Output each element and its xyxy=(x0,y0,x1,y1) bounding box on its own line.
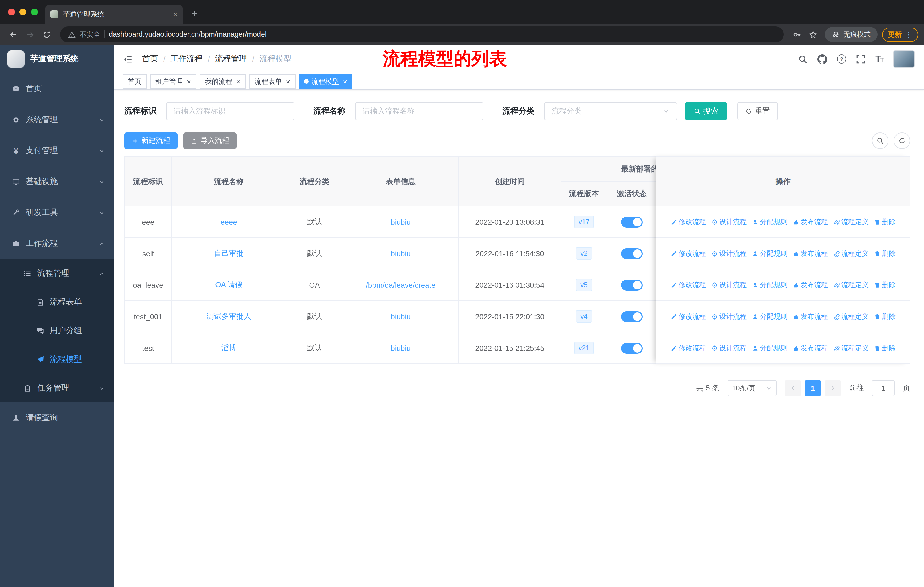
prev-page-button[interactable] xyxy=(785,380,801,396)
close-icon[interactable]: × xyxy=(343,78,347,85)
publish-action-link[interactable]: 发布流程 xyxy=(792,312,828,321)
design-action-link[interactable]: 设计流程 xyxy=(711,280,747,290)
sidebar-item-11[interactable]: 请假查询 xyxy=(0,402,114,433)
breadcrumb-item[interactable]: 流程管理 xyxy=(215,54,247,64)
definition-action-link[interactable]: 流程定义 xyxy=(833,280,869,290)
form-info-link[interactable]: biubiu xyxy=(391,344,411,352)
forward-icon[interactable] xyxy=(22,26,38,42)
definition-action-link[interactable]: 流程定义 xyxy=(833,312,869,321)
page-size-select[interactable]: 10条/页 xyxy=(728,380,777,396)
close-window-button[interactable] xyxy=(8,8,15,15)
sidebar-item-7[interactable]: 流程表单 xyxy=(0,288,114,316)
publish-action-link[interactable]: 发布流程 xyxy=(792,217,828,227)
user-avatar[interactable] xyxy=(893,50,915,68)
create-process-button[interactable]: 新建流程 xyxy=(124,132,178,149)
assign-action-link[interactable]: 分配规则 xyxy=(752,280,787,290)
breadcrumb-item[interactable]: 工作流程 xyxy=(170,54,203,64)
help-icon[interactable]: ? xyxy=(837,55,846,64)
form-info-link[interactable]: biubiu xyxy=(391,249,411,258)
publish-action-link[interactable]: 发布流程 xyxy=(792,343,828,353)
sidebar-item-0[interactable]: 首页 xyxy=(0,73,114,104)
bookmark-star-icon[interactable] xyxy=(805,30,820,39)
design-action-link[interactable]: 设计流程 xyxy=(711,343,747,353)
sidebar-item-10[interactable]: 任务管理 xyxy=(0,374,114,402)
form-info-link[interactable]: biubiu xyxy=(391,312,411,321)
delete-action-link[interactable]: 删除 xyxy=(874,280,896,290)
update-button[interactable]: 更新 ⋮ xyxy=(882,27,918,41)
form-info-link[interactable]: biubiu xyxy=(391,218,411,226)
status-toggle[interactable] xyxy=(621,311,643,322)
sidebar-item-8[interactable]: 用户分组 xyxy=(0,316,114,345)
publish-action-link[interactable]: 发布流程 xyxy=(792,280,828,290)
refresh-table-button[interactable] xyxy=(894,132,910,149)
delete-action-link[interactable]: 删除 xyxy=(874,248,896,258)
sidebar-item-5[interactable]: 工作流程 xyxy=(0,228,114,259)
assign-action-link[interactable]: 分配规则 xyxy=(752,312,787,321)
process-name-link[interactable]: OA 请假 xyxy=(215,280,242,289)
process-name-link[interactable]: 滔博 xyxy=(221,343,236,352)
assign-action-link[interactable]: 分配规则 xyxy=(752,343,787,353)
delete-action-link[interactable]: 删除 xyxy=(874,312,896,321)
github-icon[interactable] xyxy=(817,54,827,64)
process-name-link[interactable]: 自己审批 xyxy=(214,249,244,257)
tag-流程模型[interactable]: 流程模型× xyxy=(299,74,353,89)
status-toggle[interactable] xyxy=(621,217,643,227)
delete-action-link[interactable]: 删除 xyxy=(874,217,896,227)
text-input[interactable]: 请输入流程标识 xyxy=(166,102,294,121)
form-info-link[interactable]: /bpm/oa/leave/create xyxy=(366,281,436,289)
import-process-button[interactable]: 导入流程 xyxy=(183,132,237,149)
sidebar-item-6[interactable]: 流程管理 xyxy=(0,259,114,288)
page-number-1[interactable]: 1 xyxy=(805,380,821,396)
sidebar-item-1[interactable]: 系统管理 xyxy=(0,104,114,135)
close-icon[interactable]: × xyxy=(236,78,241,85)
publish-action-link[interactable]: 发布流程 xyxy=(792,248,828,258)
design-action-link[interactable]: 设计流程 xyxy=(711,312,747,321)
sidebar-item-4[interactable]: 研发工具 xyxy=(0,197,114,228)
status-toggle[interactable] xyxy=(621,342,643,354)
browser-menu-icon[interactable]: ⋮ xyxy=(905,30,912,39)
maximize-window-button[interactable] xyxy=(31,8,38,15)
definition-action-link[interactable]: 流程定义 xyxy=(833,343,869,353)
search-icon[interactable] xyxy=(798,54,808,64)
text-input[interactable]: 请输入流程名称 xyxy=(355,102,483,121)
tab-close-icon[interactable]: × xyxy=(173,10,178,19)
assign-action-link[interactable]: 分配规则 xyxy=(752,248,787,258)
new-tab-button[interactable]: + xyxy=(191,7,198,20)
sidebar-item-2[interactable]: ¥支付管理 xyxy=(0,135,114,166)
minimize-window-button[interactable] xyxy=(20,8,26,15)
design-action-link[interactable]: 设计流程 xyxy=(711,248,747,258)
definition-action-link[interactable]: 流程定义 xyxy=(833,217,869,227)
process-name-link[interactable]: eeee xyxy=(221,218,237,226)
close-icon[interactable]: × xyxy=(187,78,191,85)
edit-action-link[interactable]: 修改流程 xyxy=(670,248,706,258)
edit-action-link[interactable]: 修改流程 xyxy=(670,280,706,290)
edit-action-link[interactable]: 修改流程 xyxy=(670,217,706,227)
category-select[interactable]: 流程分类 xyxy=(544,102,677,121)
font-size-icon[interactable]: TT xyxy=(875,54,883,64)
tag-我的流程[interactable]: 我的流程× xyxy=(200,74,246,89)
breadcrumb-item[interactable]: 首页 xyxy=(142,54,158,64)
browser-tab[interactable]: 芋道管理系统 × xyxy=(45,5,183,24)
app-logo[interactable]: 芋道管理系统 xyxy=(0,45,114,73)
sidebar-item-9[interactable]: 流程模型 xyxy=(0,345,114,374)
edit-action-link[interactable]: 修改流程 xyxy=(670,343,706,353)
tag-流程表单[interactable]: 流程表单× xyxy=(249,74,295,89)
sidebar-item-3[interactable]: 基础设施 xyxy=(0,166,114,197)
tag-首页[interactable]: 首页 xyxy=(122,74,147,89)
process-name-link[interactable]: 测试多审批人 xyxy=(206,312,251,321)
status-toggle[interactable] xyxy=(621,248,643,259)
assign-action-link[interactable]: 分配规则 xyxy=(752,217,787,227)
toggle-search-button[interactable] xyxy=(872,132,888,149)
next-page-button[interactable] xyxy=(825,380,841,396)
sidebar-toggle-icon[interactable] xyxy=(123,54,133,64)
tag-租户管理[interactable]: 租户管理× xyxy=(150,74,196,89)
reset-button[interactable]: 重置 xyxy=(737,102,778,121)
back-icon[interactable] xyxy=(6,26,21,42)
password-key-icon[interactable] xyxy=(789,30,804,39)
fullscreen-icon[interactable] xyxy=(856,54,866,64)
definition-action-link[interactable]: 流程定义 xyxy=(833,248,869,258)
status-toggle[interactable] xyxy=(621,279,643,290)
reload-icon[interactable] xyxy=(39,26,54,42)
edit-action-link[interactable]: 修改流程 xyxy=(670,312,706,321)
design-action-link[interactable]: 设计流程 xyxy=(711,217,747,227)
